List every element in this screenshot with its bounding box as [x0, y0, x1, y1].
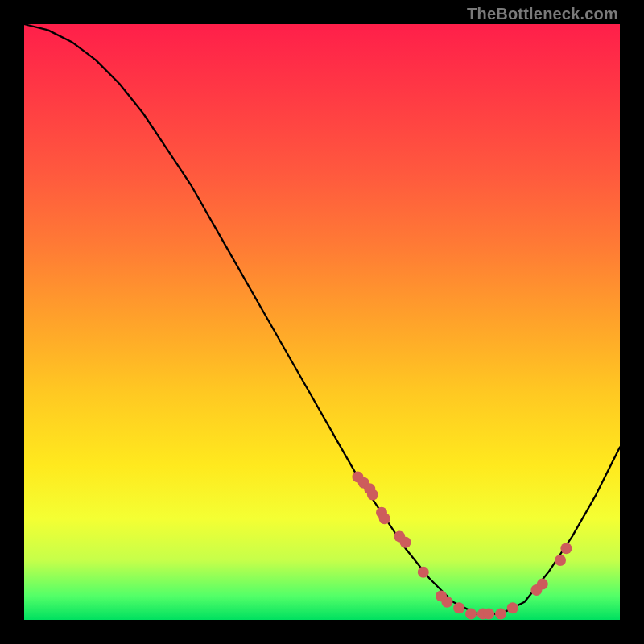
- marker-point: [400, 537, 411, 548]
- marker-point: [507, 602, 518, 613]
- marker-point: [453, 602, 464, 613]
- marker-point: [367, 489, 378, 501]
- plot-area: [24, 24, 620, 620]
- marker-point: [465, 609, 477, 620]
- chart-svg: [24, 24, 620, 620]
- marker-point: [495, 609, 506, 620]
- curve-series: [24, 24, 620, 614]
- marker-point: [483, 609, 494, 620]
- curve-path: [24, 24, 620, 614]
- marker-point: [441, 597, 452, 608]
- marker-point: [379, 513, 390, 524]
- marker-point: [555, 555, 566, 566]
- attribution-text: TheBottleneck.com: [467, 5, 618, 23]
- marker-point: [537, 579, 548, 590]
- marker-point: [560, 543, 572, 554]
- marker-point: [418, 567, 429, 578]
- chart-stage: TheBottleneck.com: [0, 0, 644, 644]
- marker-points: [352, 471, 572, 619]
